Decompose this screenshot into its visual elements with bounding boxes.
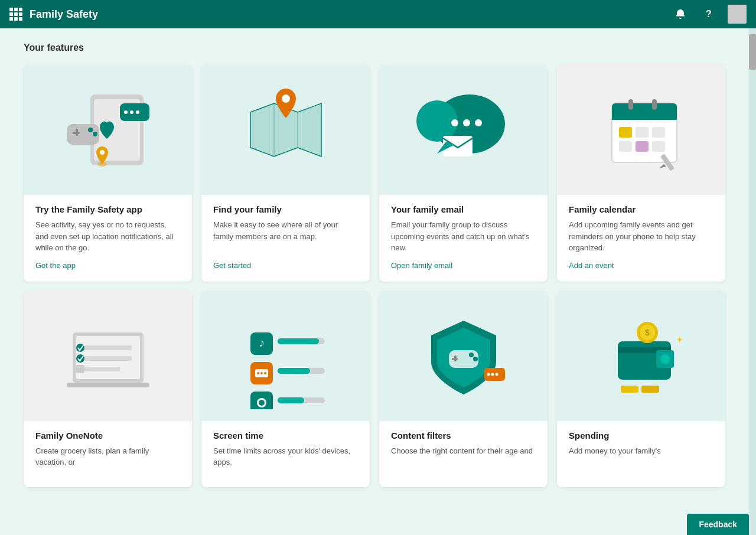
card-desc-family-safety-app: See activity, say yes or no to requests,… [35,219,180,254]
card-desc-spending: Add money to your family's [569,445,713,468]
card-title-family-safety-app: Try the Family Safety app [35,204,180,214]
card-image-family-email [379,65,548,195]
svg-rect-36 [67,383,149,387]
svg-rect-75 [621,386,638,393]
family-safety-app-illustration [49,77,167,183]
features-grid: Try the Family Safety app See activity, … [24,65,725,487]
svg-rect-28 [636,127,649,138]
section-title: Your features [24,43,725,53]
svg-point-56 [259,400,265,406]
card-image-find-family [201,65,370,195]
card-body-family-onenote: Family OneNote Create grocery lists, pla… [24,421,192,487]
svg-rect-31 [636,141,649,152]
svg-point-15 [282,94,290,103]
svg-rect-63 [454,355,457,361]
card-image-family-safety-app [24,65,192,195]
card-image-family-calendar [557,65,725,195]
user-avatar[interactable] [728,5,747,24]
svg-rect-32 [652,141,665,152]
family-calendar-illustration [588,77,695,183]
card-image-spending: $ ✦ [557,291,725,421]
card-image-content-filters [379,291,548,421]
svg-point-61 [473,357,478,361]
card-body-family-calendar: Family calendar Add upcoming family even… [557,195,725,282]
svg-point-20 [475,119,482,126]
card-desc-find-family: Make it easy to see where all of your fa… [213,219,358,254]
card-desc-family-onenote: Create grocery lists, plan a family vaca… [35,445,180,468]
svg-point-60 [469,353,474,357]
svg-point-40 [76,344,84,352]
family-email-illustration [410,77,517,183]
card-find-family: Find your family Make it easy to see whe… [201,65,370,282]
content-filters-illustration [410,303,517,409]
scrollbar-thumb[interactable] [749,34,756,70]
feedback-button[interactable]: Feedback [687,514,749,535]
svg-point-49 [257,372,259,374]
card-body-family-safety-app: Try the Family Safety app See activity, … [24,195,192,282]
svg-rect-26 [652,99,657,110]
notification-button[interactable] [671,5,690,24]
svg-point-19 [463,119,470,126]
svg-point-9 [130,110,133,114]
svg-rect-58 [278,397,304,403]
svg-rect-30 [619,141,632,152]
svg-point-71 [660,354,670,364]
card-title-content-filters: Content filters [391,430,536,441]
svg-text:✦: ✦ [676,335,683,345]
card-title-family-email: Your family email [391,204,536,214]
svg-point-65 [487,373,490,376]
svg-point-3 [88,128,93,132]
add-event-link[interactable]: Add an event [569,261,713,270]
card-body-content-filters: Content filters Choose the right content… [379,421,548,487]
card-desc-content-filters: Choose the right content for their age a… [391,445,536,468]
svg-point-8 [124,110,128,114]
card-body-spending: Spending Add money to your family's [557,421,725,487]
card-image-family-onenote [24,291,192,421]
svg-rect-38 [84,356,132,361]
page-scrollbar[interactable] [749,28,756,535]
svg-rect-39 [84,367,120,371]
svg-rect-53 [278,368,310,374]
svg-rect-25 [628,99,633,110]
svg-point-18 [451,119,458,126]
app-launcher-icon[interactable] [9,8,22,21]
get-the-app-link[interactable]: Get the app [35,261,180,270]
svg-point-17 [416,100,458,142]
header-actions: ? [671,5,747,24]
card-family-email: Your family email Email your family grou… [379,65,548,282]
spending-illustration: $ ✦ [588,303,695,409]
svg-rect-37 [84,345,132,350]
card-body-screen-time: Screen time Set time limits across your … [201,421,370,487]
notification-icon [674,8,686,20]
app-title: Family Safety [30,8,671,21]
family-onenote-illustration [55,303,161,409]
svg-point-67 [495,373,498,376]
svg-rect-6 [76,129,78,136]
card-title-spending: Spending [569,430,713,441]
card-family-safety-app: Try the Family Safety app See activity, … [24,65,192,282]
card-screen-time: ♪ [201,291,370,487]
card-body-family-email: Your family email Email your family grou… [379,195,548,282]
svg-point-41 [76,354,84,363]
card-family-calendar: Family calendar Add upcoming family even… [557,65,725,282]
card-content-filters: Content filters Choose the right content… [379,291,548,487]
svg-rect-76 [641,386,659,393]
svg-point-50 [260,372,263,374]
svg-rect-24 [612,112,677,120]
main-content: Your features [0,28,756,535]
svg-text:♪: ♪ [259,336,265,349]
svg-point-66 [491,373,494,376]
find-family-link[interactable]: Get started [213,261,358,270]
open-family-email-link[interactable]: Open family email [391,261,536,270]
card-body-find-family: Find your family Make it easy to see whe… [201,195,370,282]
svg-point-51 [264,372,266,374]
card-image-screen-time: ♪ [201,291,370,421]
card-desc-family-email: Email your family group to discuss upcom… [391,219,536,254]
help-button[interactable]: ? [699,5,718,24]
svg-text:$: $ [645,328,650,337]
svg-rect-46 [278,338,319,344]
svg-rect-27 [619,127,632,138]
app-header: Family Safety ? [0,0,756,28]
svg-point-10 [136,110,139,114]
card-spending: $ ✦ Spending Add money to your family's [557,291,725,487]
